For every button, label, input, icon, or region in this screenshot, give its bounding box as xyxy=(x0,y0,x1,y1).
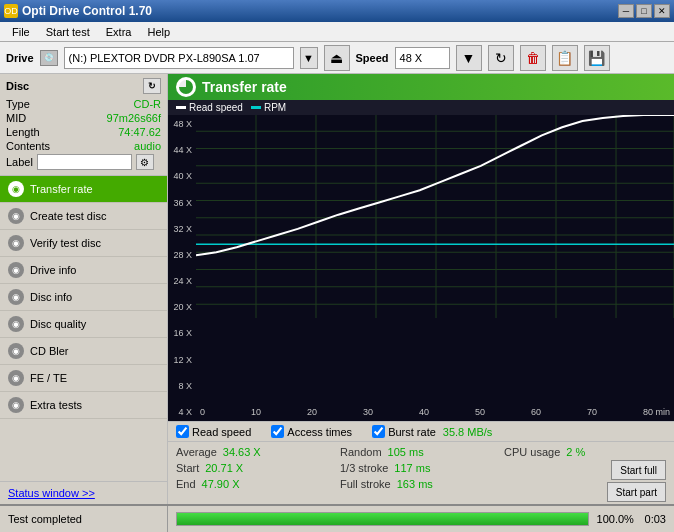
burst-rate-checkbox[interactable] xyxy=(372,425,385,438)
nav-disc-info[interactable]: ◉ Disc info xyxy=(0,284,167,311)
menu-file[interactable]: File xyxy=(4,24,38,40)
drive-select[interactable]: (N:) PLEXTOR DVDR PX-L890SA 1.07 xyxy=(64,47,294,69)
drive-bar: Drive 💿 (N:) PLEXTOR DVDR PX-L890SA 1.07… xyxy=(0,42,674,74)
maximize-button[interactable]: □ xyxy=(636,4,652,18)
nav-disc-quality[interactable]: ◉ Disc quality xyxy=(0,311,167,338)
access-times-checkbox[interactable] xyxy=(271,425,284,438)
status-bar: Test completed 100.0% 0:03 xyxy=(0,504,674,532)
nav-verify-test-disc[interactable]: ◉ Verify test disc xyxy=(0,230,167,257)
y-label-40: 40 X xyxy=(170,171,194,181)
x-label-0: 0 xyxy=(200,407,205,421)
check-read-speed[interactable]: Read speed xyxy=(176,425,251,438)
nav-fe-te-label: FE / TE xyxy=(30,372,67,384)
legend-rpm-label: RPM xyxy=(264,102,286,113)
close-button[interactable]: ✕ xyxy=(654,4,670,18)
nav-fe-te[interactable]: ◉ FE / TE xyxy=(0,365,167,392)
x-label-30: 30 xyxy=(363,407,373,421)
verify-test-disc-icon: ◉ xyxy=(8,235,24,251)
status-text: Test completed xyxy=(0,506,168,532)
nav-drive-info-label: Drive info xyxy=(30,264,76,276)
stroke2-value: 163 ms xyxy=(397,478,433,490)
read-speed-check-label: Read speed xyxy=(192,426,251,438)
progress-percentage: 100.0% xyxy=(597,513,637,525)
y-axis: 48 X 44 X 40 X 36 X 32 X 28 X 24 X 20 X … xyxy=(168,115,196,421)
minimize-button[interactable]: ─ xyxy=(618,4,634,18)
legend-bar: Read speed RPM xyxy=(168,100,674,115)
speed-arrow[interactable]: ▼ xyxy=(456,45,482,71)
nav-extra-tests[interactable]: ◉ Extra tests xyxy=(0,392,167,419)
stat-buttons: Start full Start part xyxy=(504,460,666,502)
main-container: Disc ↻ Type CD-R MID 97m26s66f Length 74… xyxy=(0,74,674,504)
contents-label: Contents xyxy=(6,140,50,152)
label-settings-button[interactable]: ⚙ xyxy=(136,154,154,170)
left-panel: Disc ↻ Type CD-R MID 97m26s66f Length 74… xyxy=(0,74,168,504)
y-label-8: 8 X xyxy=(170,381,194,391)
menu-start-test[interactable]: Start test xyxy=(38,24,98,40)
random-label: Random xyxy=(340,446,382,458)
speed-label: Speed xyxy=(356,52,389,64)
rpm-color xyxy=(251,106,261,109)
save-button[interactable]: 💾 xyxy=(584,45,610,71)
eject-button[interactable]: ⏏ xyxy=(324,45,350,71)
menu-extra[interactable]: Extra xyxy=(98,24,140,40)
contents-value: audio xyxy=(134,140,161,152)
title-bar: OD Opti Drive Control 1.70 ─ □ ✕ xyxy=(0,0,674,22)
refresh-button[interactable]: ↻ xyxy=(488,45,514,71)
nav-create-test-disc-label: Create test disc xyxy=(30,210,106,222)
x-label-10: 10 xyxy=(251,407,261,421)
drive-arrow[interactable]: ▼ xyxy=(300,47,318,69)
extra-tests-icon: ◉ xyxy=(8,397,24,413)
start-part-button[interactable]: Start part xyxy=(607,482,666,502)
start-value: 20.71 X xyxy=(205,462,243,474)
label-label: Label xyxy=(6,156,33,168)
status-window-button[interactable]: Status window >> xyxy=(0,481,167,504)
type-label: Type xyxy=(6,98,30,110)
disc-section: Disc ↻ Type CD-R MID 97m26s66f Length 74… xyxy=(0,74,167,176)
check-bar: Read speed Access times Burst rate 35.8 … xyxy=(168,421,674,441)
drive-label: Drive xyxy=(6,52,34,64)
right-panel: Transfer rate Read speed RPM 48 X 44 X 4… xyxy=(168,74,674,504)
fe-te-icon: ◉ xyxy=(8,370,24,386)
nav-create-test-disc[interactable]: ◉ Create test disc xyxy=(0,203,167,230)
read-speed-checkbox[interactable] xyxy=(176,425,189,438)
type-value: CD-R xyxy=(134,98,162,110)
stroke1-row: 1/3 stroke 117 ms xyxy=(340,460,502,476)
mid-value: 97m26s66f xyxy=(107,112,161,124)
stroke1-label: 1/3 stroke xyxy=(340,462,388,474)
window-title: Opti Drive Control 1.70 xyxy=(22,4,152,18)
chart-title: Transfer rate xyxy=(202,79,287,95)
disc-quality-icon: ◉ xyxy=(8,316,24,332)
menu-help[interactable]: Help xyxy=(139,24,178,40)
y-label-28: 28 X xyxy=(170,250,194,260)
nav-drive-info[interactable]: ◉ Drive info xyxy=(0,257,167,284)
nav-transfer-rate[interactable]: ◉ Transfer rate xyxy=(0,176,167,203)
chart-icon-inner xyxy=(179,80,193,94)
app-icon: OD xyxy=(4,4,18,18)
stroke1-value: 117 ms xyxy=(394,462,430,474)
burst-rate-check-label: Burst rate xyxy=(388,426,436,438)
x-label-80: 80 min xyxy=(643,407,670,421)
erase-button[interactable]: 🗑 xyxy=(520,45,546,71)
y-label-12: 12 X xyxy=(170,355,194,365)
check-burst-rate[interactable]: Burst rate 35.8 MB/s xyxy=(372,425,492,438)
average-row: Average 34.63 X xyxy=(176,444,338,460)
chart-header: Transfer rate xyxy=(168,74,674,100)
legend-read-speed: Read speed xyxy=(176,102,243,113)
progress-time: 0:03 xyxy=(645,513,666,525)
nav-cd-bler[interactable]: ◉ CD Bler xyxy=(0,338,167,365)
y-label-16: 16 X xyxy=(170,328,194,338)
label-input[interactable] xyxy=(37,154,132,170)
start-label: Start xyxy=(176,462,199,474)
cpu-row: CPU usage 2 % xyxy=(504,444,666,460)
start-full-button[interactable]: Start full xyxy=(611,460,666,480)
disc-refresh-icon[interactable]: ↻ xyxy=(143,78,161,94)
transfer-rate-icon: ◉ xyxy=(8,181,24,197)
speed-select[interactable]: 48 X xyxy=(395,47,450,69)
stats-col3: CPU usage 2 % Start full Start part xyxy=(504,444,666,502)
nav-cd-bler-label: CD Bler xyxy=(30,345,69,357)
y-label-32: 32 X xyxy=(170,224,194,234)
copy-button[interactable]: 📋 xyxy=(552,45,578,71)
check-access-times[interactable]: Access times xyxy=(271,425,352,438)
x-axis: 0 10 20 30 40 50 60 70 80 min xyxy=(196,407,674,421)
nav-verify-test-disc-label: Verify test disc xyxy=(30,237,101,249)
